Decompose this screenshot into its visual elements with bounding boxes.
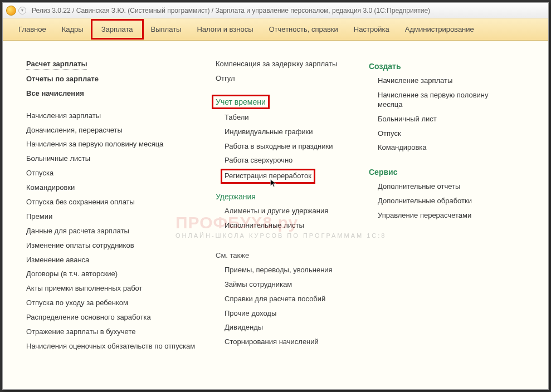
list-item[interactable]: Доначисления, перерасчеты: [26, 126, 216, 135]
list-item[interactable]: Алименты и другие удержания: [216, 207, 369, 216]
link-all-accruals[interactable]: Все начисления: [26, 89, 216, 99]
nav-settings[interactable]: Настройка: [346, 21, 397, 38]
list-item[interactable]: Отпуск: [369, 129, 514, 139]
list-item[interactable]: Изменение аванса: [26, 256, 216, 265]
nav-personnel[interactable]: Кадры: [54, 21, 91, 38]
list-item[interactable]: Начисление зарплаты: [369, 76, 514, 86]
nav-payments[interactable]: Выплаты: [143, 21, 189, 38]
list-item[interactable]: Распределение основного заработка: [26, 313, 216, 322]
highlight-time-section: Учет времени: [213, 96, 268, 107]
list-item[interactable]: Исполнительные листы: [216, 221, 369, 231]
list-item[interactable]: Управление перерасчетами: [369, 211, 514, 220]
app-window: ▾ Релиз 3.0.22 / Савинская З.Ю. (Системн…: [2, 2, 549, 390]
list-item[interactable]: Больничные листы: [26, 154, 216, 164]
list-item[interactable]: Дополнительные обработки: [369, 197, 514, 206]
list-item[interactable]: Сторнирования начислений: [216, 337, 369, 347]
section-deductions[interactable]: Удержания: [216, 192, 369, 201]
navbar: Главное Кадры Зарплата Выплаты Налоги и …: [3, 18, 548, 41]
section-create[interactable]: Создать: [369, 62, 514, 71]
list-item[interactable]: Отпуска: [26, 169, 216, 178]
list-item[interactable]: Отгул: [216, 74, 369, 84]
list-item[interactable]: Займы сотрудникам: [216, 280, 369, 290]
list-item[interactable]: Компенсация за задержку зарплаты: [216, 60, 369, 69]
link-calc-salary[interactable]: Расчет зарплаты: [26, 60, 87, 70]
section-see-also: См. также: [216, 251, 369, 261]
list-item[interactable]: Отражение зарплаты в бухучете: [26, 327, 216, 337]
list-item[interactable]: Начисления за первую половину месяца: [26, 140, 216, 149]
list-item[interactable]: Изменение оплаты сотрудников: [26, 241, 216, 251]
list-item[interactable]: Начисления зарплаты: [26, 111, 216, 121]
link-overtime-registration[interactable]: Регистрация переработок: [225, 171, 311, 180]
section-service[interactable]: Сервис: [369, 168, 514, 177]
list-item[interactable]: Командировки: [26, 183, 216, 193]
list-item[interactable]: Начисление за первую половину месяца: [369, 91, 514, 110]
highlight-overtime-reg: Регистрация переработок: [222, 170, 314, 182]
nav-reports[interactable]: Отчетность, справки: [261, 21, 346, 38]
app-logo-icon: [6, 6, 16, 16]
list-item[interactable]: Командировка: [369, 143, 514, 153]
list-item[interactable]: Работа в выходные и праздники: [216, 142, 369, 151]
list-item[interactable]: Акты приемки выполненных работ: [26, 284, 216, 293]
nav-salary[interactable]: Зарплата: [91, 19, 143, 39]
column-left: Расчет зарплаты Отчеты по зарплате Все н…: [26, 60, 216, 378]
section-time-tracking[interactable]: Учет времени: [216, 97, 266, 106]
window-title: Релиз 3.0.22 / Савинская З.Ю. (Системный…: [32, 7, 430, 14]
link-salary-reports[interactable]: Отчеты по зарплате: [26, 75, 216, 84]
list-item[interactable]: Отпуска без сохранения оплаты: [26, 198, 216, 207]
list-item[interactable]: Начисления оценочных обязательств по отп…: [26, 342, 216, 351]
list-item[interactable]: Работа сверхурочно: [216, 156, 369, 165]
list-item[interactable]: Договоры (в т.ч. авторские): [26, 270, 216, 279]
list-item[interactable]: Дополнительные отчеты: [369, 182, 514, 192]
list-item[interactable]: Табели: [216, 113, 369, 122]
list-item[interactable]: Индивидуальные графики: [216, 128, 369, 137]
nav-admin[interactable]: Администрирование: [397, 21, 482, 38]
list-item[interactable]: Данные для расчета зарплаты: [26, 227, 216, 236]
list-item[interactable]: Приемы, переводы, увольнения: [216, 266, 369, 275]
column-right: Создать Начисление зарплаты Начисление з…: [369, 60, 514, 378]
list-item[interactable]: Премии: [26, 212, 216, 222]
list-item[interactable]: Прочие доходы: [216, 309, 369, 318]
list-item[interactable]: Отпуска по уходу за ребенком: [26, 298, 216, 308]
nav-main[interactable]: Главное: [11, 21, 54, 38]
dropdown-icon[interactable]: ▾: [18, 7, 26, 14]
list-item[interactable]: Справки для расчета пособий: [216, 295, 369, 304]
nav-taxes[interactable]: Налоги и взносы: [189, 21, 261, 38]
titlebar: ▾ Релиз 3.0.22 / Савинская З.Ю. (Системн…: [3, 3, 548, 18]
list-item[interactable]: Больничный лист: [369, 115, 514, 124]
list-item[interactable]: Дивиденды: [216, 323, 369, 332]
content-area: ПРОФБУХ8.ру ОНЛАЙН-ШКОЛА КУРСОВ ПО ПРОГР…: [3, 41, 548, 389]
column-middle: Компенсация за задержку зарплаты Отгул У…: [216, 60, 369, 378]
